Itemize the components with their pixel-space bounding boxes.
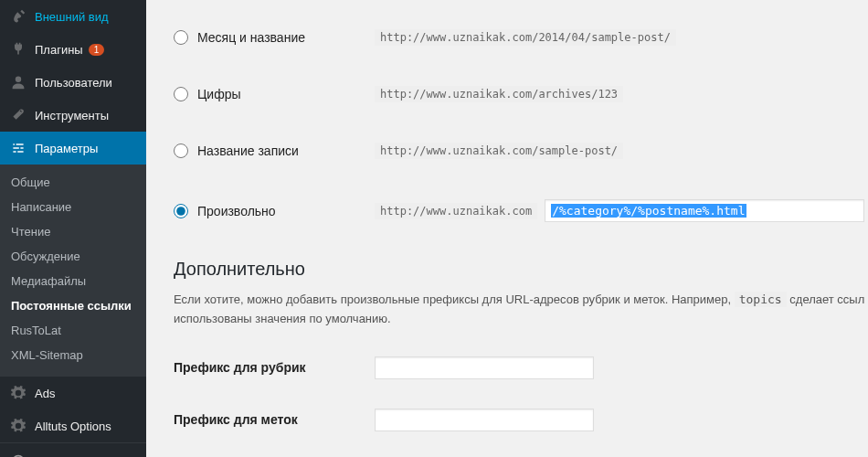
permalink-sample: http://www.uznaikak.com/2014/04/sample-p… (375, 29, 676, 46)
permalink-custom-input[interactable]: /%category%/%postname%.html (545, 199, 864, 222)
sidebar-item-label: Плагины (35, 43, 83, 57)
optional-description: Если хотите, можно добавить произвольные… (174, 291, 868, 329)
category-base-label: Префикс для рубрик (174, 360, 375, 375)
permalink-label: Название записи (197, 143, 299, 158)
sidebar-item-label: Внешний вид (35, 10, 109, 24)
sidebar-item-label: Параметры (35, 142, 98, 155)
permalink-radio-custom[interactable] (174, 204, 188, 218)
user-icon (9, 73, 27, 91)
gear-icon (9, 417, 27, 435)
permalink-label: Цифры (197, 87, 241, 101)
sidebar-item-alltuts[interactable]: Alltuts Options (0, 409, 146, 442)
submenu-item-permalinks[interactable]: Постоянные ссылки (0, 293, 146, 318)
submenu-item-rustolat[interactable]: RusToLat (0, 318, 146, 343)
sidebar-menu-bottom: Ads Alltuts Options (0, 377, 146, 442)
sidebar-item-appearance[interactable]: Внешний вид (0, 0, 146, 33)
permalink-radio-month-name[interactable] (174, 30, 188, 45)
gear-icon (9, 384, 27, 402)
sidebar-submenu: Общие Написание Чтение Обсуждение Медиаф… (0, 165, 146, 377)
sliders-icon (9, 139, 27, 157)
permalink-label: Месяц и название (197, 30, 305, 45)
permalink-radio-postname[interactable] (174, 143, 188, 158)
tag-base-label: Префикс для меток (174, 412, 375, 427)
admin-sidebar: Внешний вид Плагины 1 Пользователи Инстр… (0, 0, 146, 457)
svg-point-0 (16, 77, 21, 82)
permalink-sample: http://www.uznaikak.com/archives/123 (375, 86, 623, 102)
optional-heading: Дополнительно (174, 259, 868, 280)
update-badge: 1 (89, 44, 105, 56)
settings-content: Месяц и название http://www.uznaikak.com… (146, 0, 868, 457)
chevron-left-circle-icon (9, 452, 27, 457)
permalink-option-row: Цифры http://www.uznaikak.com/archives/1… (174, 66, 868, 122)
tag-base-row: Префикс для меток (174, 394, 868, 446)
permalink-custom-prefix: http://www.uznaikak.com (375, 203, 537, 219)
submenu-item-media[interactable]: Медиафайлы (0, 269, 146, 293)
sidebar-item-settings[interactable]: Параметры (0, 132, 146, 165)
sidebar-item-plugins[interactable]: Плагины 1 (0, 33, 146, 66)
sidebar-item-ads[interactable]: Ads (0, 377, 146, 409)
collapse-menu-button[interactable]: Свернуть меню (0, 442, 146, 457)
submenu-item-writing[interactable]: Написание (0, 195, 146, 219)
wrench-icon (9, 106, 27, 124)
sidebar-item-label: Пользователи (35, 76, 112, 90)
submenu-item-xml-sitemap[interactable]: XML-Sitemap (0, 343, 146, 367)
sidebar-item-label: Alltuts Options (35, 420, 111, 433)
sidebar-menu: Внешний вид Плагины 1 Пользователи Инстр… (0, 0, 146, 165)
category-base-row: Префикс для рубрик (174, 342, 868, 394)
submenu-item-discussion[interactable]: Обсуждение (0, 244, 146, 269)
permalink-sample: http://www.uznaikak.com/sample-post/ (375, 143, 623, 159)
sidebar-item-label: Инструменты (35, 109, 109, 122)
sidebar-item-users[interactable]: Пользователи (0, 66, 146, 99)
permalink-option-row: Месяц и название http://www.uznaikak.com… (174, 9, 868, 66)
permalink-option-row: Название записи http://www.uznaikak.com/… (174, 122, 868, 179)
submenu-item-reading[interactable]: Чтение (0, 219, 146, 244)
submenu-item-general[interactable]: Общие (0, 170, 146, 195)
brush-icon (9, 7, 27, 26)
permalink-option-row: Произвольно http://www.uznaikak.com /%ca… (174, 179, 868, 242)
sidebar-item-tools[interactable]: Инструменты (0, 99, 146, 132)
permalink-label: Произвольно (197, 204, 276, 218)
plug-icon (9, 40, 27, 58)
sidebar-item-label: Ads (35, 387, 55, 400)
permalink-radio-numeric[interactable] (174, 87, 188, 101)
tag-base-input[interactable] (375, 409, 594, 431)
category-base-input[interactable] (375, 356, 594, 379)
